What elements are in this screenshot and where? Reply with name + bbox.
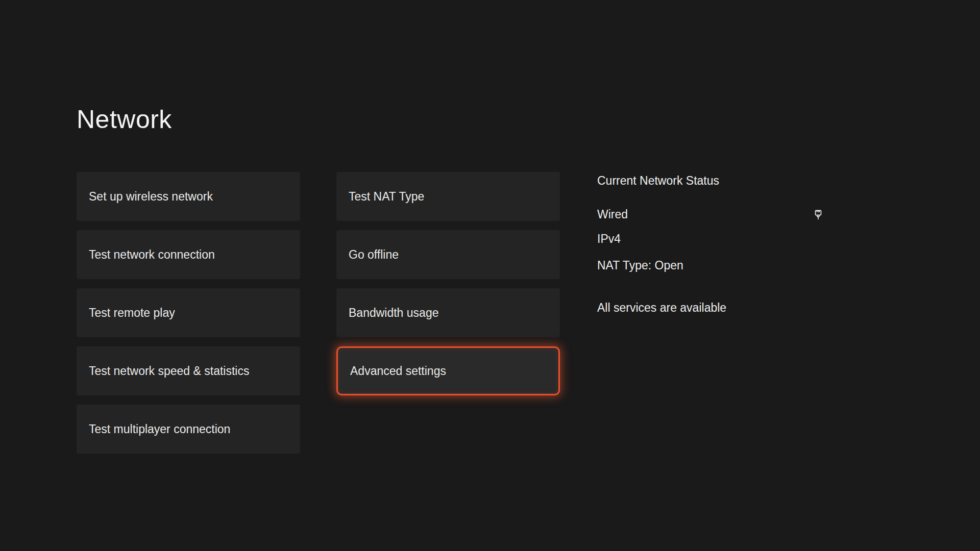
- ip-version-label: IPv4: [597, 232, 824, 246]
- button-test-network-connection[interactable]: Test network connection: [77, 230, 300, 279]
- connection-type-row: Wired: [597, 208, 824, 221]
- button-bandwidth-usage[interactable]: Bandwidth usage: [336, 288, 560, 337]
- button-test-remote-play[interactable]: Test remote play: [77, 288, 300, 337]
- button-set-up-wireless-network[interactable]: Set up wireless network: [77, 172, 300, 221]
- button-advanced-settings[interactable]: Advanced settings: [336, 346, 560, 395]
- ethernet-plug-icon: [812, 209, 824, 221]
- button-go-offline[interactable]: Go offline: [336, 230, 560, 279]
- services-status-label: All services are available: [597, 300, 824, 315]
- button-test-multiplayer-connection[interactable]: Test multiplayer connection: [77, 405, 300, 454]
- menu-column-right: Test NAT Type Go offline Bandwidth usage…: [336, 172, 560, 395]
- button-test-nat-type[interactable]: Test NAT Type: [336, 172, 560, 221]
- connection-type-label: Wired: [597, 208, 628, 221]
- page-title: Network: [77, 105, 172, 134]
- status-heading: Current Network Status: [597, 174, 824, 188]
- menu-column-left: Set up wireless network Test network con…: [77, 172, 300, 454]
- network-settings-screen: Network Set up wireless network Test net…: [0, 0, 980, 551]
- button-test-network-speed-statistics[interactable]: Test network speed & statistics: [77, 346, 300, 395]
- network-status-panel: Current Network Status Wired IPv4 NAT Ty…: [597, 174, 824, 327]
- nat-type-label: NAT Type: Open: [597, 258, 824, 272]
